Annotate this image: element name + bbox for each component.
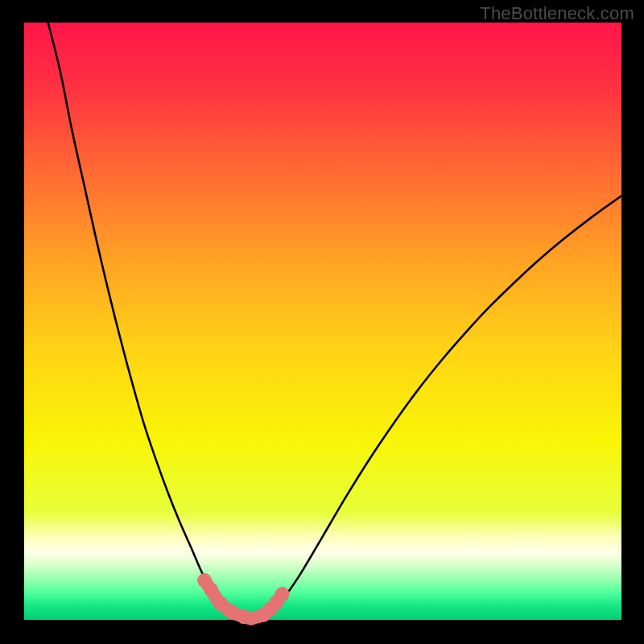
plot-area — [24, 23, 621, 620]
highlight-dot — [213, 596, 227, 610]
bottleneck-curve — [48, 23, 621, 618]
outer-frame: TheBottleneck.com — [0, 0, 644, 644]
watermark-text: TheBottleneck.com — [480, 3, 634, 24]
curve-layer — [24, 23, 621, 620]
highlight-dot — [275, 587, 290, 601]
highlight-dot — [204, 583, 218, 597]
